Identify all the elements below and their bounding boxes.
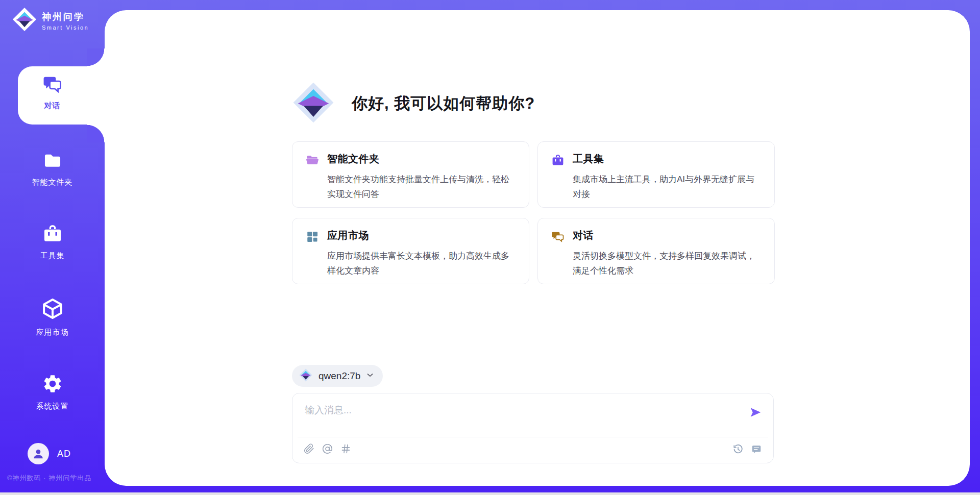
- user-avatar-icon: [28, 443, 49, 464]
- app-logo: 神州问学 Smart Vision: [12, 7, 89, 34]
- sidebar-item-label: 智能文件夹: [32, 178, 73, 187]
- greeting-block: 你好, 我可以如何帮助你?: [292, 82, 535, 126]
- send-icon[interactable]: [749, 406, 762, 419]
- model-selector[interactable]: qwen2:7b: [292, 365, 383, 387]
- sidebar: 神州问学 Smart Vision 对话 智能文件夹: [0, 0, 105, 495]
- history-icon[interactable]: [732, 443, 744, 455]
- toolbox-icon: [42, 224, 63, 246]
- feature-card-smart-folder[interactable]: 智能文件夹 智能文件夹功能支持批量文件上传与清洗，轻松实现文件问答: [292, 141, 529, 208]
- sidebar-item-app-market[interactable]: 应用市场: [0, 297, 105, 337]
- message-composer: [292, 393, 774, 463]
- feature-card-chat[interactable]: 对话 灵活切换多模型文件，支持多样回复效果调试，满足个性化需求: [537, 218, 775, 284]
- message-icon[interactable]: [751, 443, 762, 455]
- sidebar-item-smart-folder[interactable]: 智能文件夹: [0, 151, 105, 187]
- composer-divider: [298, 437, 768, 437]
- window-bottom-edge: [0, 492, 980, 495]
- sidebar-item-settings[interactable]: 系统设置: [0, 373, 105, 411]
- card-description: 灵活切换多模型文件，支持多样回复效果调试，满足个性化需求: [573, 249, 762, 278]
- card-description: 集成市场上主流工具，助力AI与外界无缝扩展与对接: [573, 172, 762, 202]
- user-profile[interactable]: AD: [28, 443, 71, 464]
- brand-diamond-icon: [12, 7, 37, 34]
- feature-cards: 智能文件夹 智能文件夹功能支持批量文件上传与清洗，轻松实现文件问答 工具集 集成…: [292, 141, 775, 284]
- folder-icon: [43, 151, 62, 172]
- user-name: AD: [57, 449, 71, 459]
- chat-icon: [43, 75, 62, 96]
- folder-open-icon: [306, 154, 319, 169]
- card-title: 智能文件夹: [327, 152, 517, 166]
- grid-icon: [306, 230, 319, 245]
- active-tab-curve-top: [87, 48, 105, 66]
- sidebar-item-toolset[interactable]: 工具集: [0, 224, 105, 261]
- hash-icon[interactable]: [340, 443, 351, 454]
- greeting-diamond-icon: [292, 82, 334, 126]
- greeting-text: 你好, 我可以如何帮助你?: [352, 93, 535, 114]
- sidebar-item-label: 应用市场: [36, 328, 69, 337]
- sidebar-item-label: 工具集: [40, 251, 65, 261]
- sidebar-item-label: 对话: [44, 101, 61, 111]
- card-title: 对话: [573, 229, 762, 242]
- app-title: 神州问学: [42, 11, 89, 23]
- active-tab-curve-bottom: [87, 125, 105, 142]
- paperclip-icon[interactable]: [304, 443, 314, 454]
- sidebar-item-label: 系统设置: [36, 402, 69, 411]
- chevron-down-icon: [365, 370, 375, 382]
- chat-bubbles-icon: [551, 230, 565, 245]
- message-input[interactable]: [305, 403, 733, 418]
- at-sign-icon[interactable]: [322, 443, 333, 454]
- card-title: 应用市场: [327, 229, 517, 242]
- gear-icon: [42, 373, 63, 397]
- main-content: 你好, 我可以如何帮助你? 智能文件夹 智能文件夹功能支持批量文件上传与清洗，轻…: [105, 10, 970, 486]
- sidebar-item-chat[interactable]: 对话: [0, 75, 105, 111]
- card-title: 工具集: [573, 152, 762, 166]
- briefcase-icon: [551, 154, 565, 169]
- app-subtitle: Smart Vision: [42, 24, 89, 31]
- feature-card-app-market[interactable]: 应用市场 应用市场提供丰富长文本模板，助力高效生成多样化文章内容: [292, 218, 529, 284]
- model-name: qwen2:7b: [318, 370, 360, 382]
- feature-card-toolset[interactable]: 工具集 集成市场上主流工具，助力AI与外界无缝扩展与对接: [537, 141, 775, 208]
- model-logo-icon: [299, 368, 312, 384]
- cube-icon: [41, 297, 64, 323]
- card-description: 智能文件夹功能支持批量文件上传与清洗，轻松实现文件问答: [327, 172, 517, 202]
- card-description: 应用市场提供丰富长文本模板，助力高效生成多样化文章内容: [327, 249, 517, 278]
- copyright-text: ©神州数码 · 神州问学出品: [7, 474, 91, 483]
